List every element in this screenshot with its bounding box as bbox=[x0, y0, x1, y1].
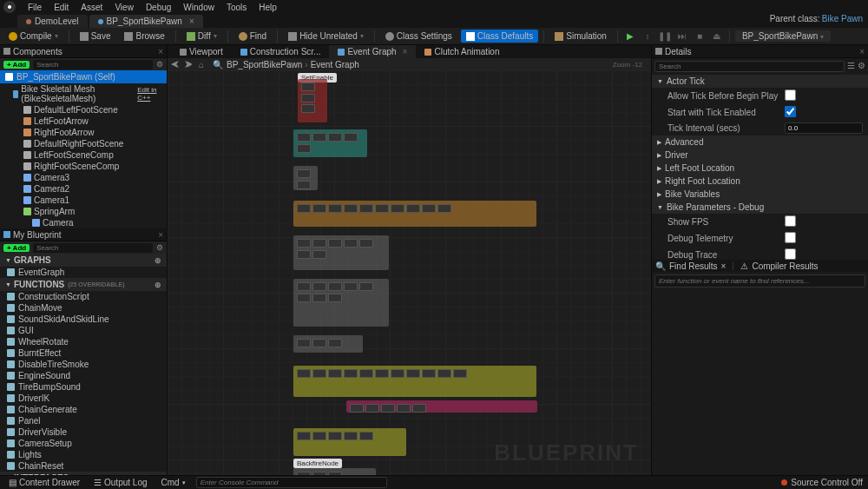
console-command-input[interactable] bbox=[196, 477, 387, 488]
menu-asset[interactable]: Asset bbox=[76, 3, 108, 12]
breadcrumb[interactable]: BP_SportBikePawn›Event Graph bbox=[227, 60, 359, 69]
close-icon[interactable]: × bbox=[189, 17, 194, 26]
close-icon[interactable]: × bbox=[721, 261, 727, 271]
tab-viewport[interactable]: Viewport bbox=[171, 45, 232, 58]
settings-icon[interactable]: ⚙ bbox=[156, 60, 163, 69]
section-left-foot[interactable]: ▶Left Foot Location bbox=[652, 162, 868, 175]
component-row[interactable]: Camera2 bbox=[0, 183, 167, 195]
close-icon[interactable]: × bbox=[859, 47, 865, 56]
section-driver[interactable]: ▶Driver bbox=[652, 149, 868, 162]
hide-unrelated-button[interactable]: Hide Unrelated▾ bbox=[283, 30, 369, 43]
tab-event-graph[interactable]: Event Graph× bbox=[329, 45, 416, 58]
menu-window[interactable]: Window bbox=[178, 3, 220, 12]
component-row[interactable]: RightFootArrow bbox=[0, 127, 167, 138]
eject-button[interactable]: ⏏ bbox=[710, 30, 724, 43]
step-button[interactable]: ⏭ bbox=[675, 30, 689, 43]
component-row[interactable]: LeftFootSceneComp bbox=[0, 149, 167, 161]
menu-file[interactable]: File bbox=[23, 3, 47, 12]
menu-tools[interactable]: Tools bbox=[221, 3, 252, 12]
nav-back-icon[interactable]: ⮜ bbox=[171, 60, 180, 69]
play-options-button[interactable]: ⋮ bbox=[641, 30, 654, 43]
tab-level[interactable]: DemoLevel bbox=[17, 15, 88, 28]
nav-home-icon[interactable]: ⌂ bbox=[199, 60, 207, 69]
node-group[interactable] bbox=[293, 235, 389, 270]
tick-interval-field[interactable] bbox=[785, 122, 863, 134]
parent-class-link[interactable]: Bike Pawn bbox=[822, 14, 863, 23]
close-icon[interactable]: × bbox=[403, 47, 408, 56]
close-icon[interactable]: × bbox=[158, 230, 163, 240]
list-item[interactable]: BurntEffect bbox=[0, 347, 167, 359]
simulation-button[interactable]: Simulation bbox=[549, 30, 612, 43]
component-row[interactable]: DefaultRightFootScene bbox=[0, 138, 167, 149]
content-drawer-button[interactable]: ▤Content Drawer bbox=[5, 477, 83, 488]
list-item[interactable]: ConstructionScript bbox=[0, 291, 167, 302]
component-row[interactable]: Camera1 bbox=[0, 195, 167, 206]
close-icon[interactable]: × bbox=[158, 47, 163, 56]
menu-debug[interactable]: Debug bbox=[141, 3, 176, 12]
settings-icon[interactable]: ⚙ bbox=[156, 243, 163, 252]
nav-search-icon[interactable]: 🔍 bbox=[213, 60, 221, 69]
component-row[interactable]: RightFootSceneComp bbox=[0, 161, 167, 172]
node-group[interactable] bbox=[293, 166, 318, 190]
self-component-row[interactable]: BP_SportBikePawn (Self) bbox=[0, 70, 167, 83]
section-functions[interactable]: ▼FUNCTIONS(25 OVERRIDABLE)⊕ bbox=[0, 278, 167, 291]
menu-edit[interactable]: Edit bbox=[49, 3, 74, 12]
stop-button[interactable]: ■ bbox=[693, 30, 707, 43]
mybp-search-input[interactable] bbox=[33, 243, 153, 253]
list-item[interactable]: WheelRotate bbox=[0, 336, 167, 347]
node-group[interactable] bbox=[293, 468, 376, 475]
event-graph-canvas[interactable]: SetEnable BackfireNode BLUEPRINT bbox=[168, 70, 651, 475]
component-row[interactable]: Bike Skeletal Mesh (BikeSkeletalMesh)Edi… bbox=[0, 83, 167, 104]
filter-icon[interactable]: ☰ bbox=[847, 61, 855, 72]
list-item[interactable]: EventGraph bbox=[0, 267, 167, 278]
node-group[interactable] bbox=[293, 279, 389, 327]
allow-tick-checkbox[interactable] bbox=[785, 89, 796, 101]
component-row[interactable]: Camera3 bbox=[0, 172, 167, 183]
node-group[interactable] bbox=[293, 129, 367, 157]
node-group[interactable] bbox=[298, 79, 327, 122]
diff-button[interactable]: Diff▾ bbox=[181, 30, 222, 43]
cmd-dropdown[interactable]: Cmd ▾ bbox=[158, 477, 189, 488]
class-settings-button[interactable]: Class Settings bbox=[380, 30, 457, 43]
edit-cpp-link[interactable]: Edit in C++ bbox=[137, 86, 163, 102]
class-defaults-button[interactable]: Class Defaults bbox=[461, 30, 538, 43]
list-item[interactable]: CameraSetup bbox=[0, 438, 167, 449]
list-item[interactable]: TireBumpSound bbox=[0, 381, 167, 393]
source-control-button[interactable]: Source Control Off bbox=[781, 478, 863, 487]
output-log-button[interactable]: ☰Output Log bbox=[90, 477, 150, 488]
list-item[interactable]: ChainGenerate bbox=[0, 404, 167, 415]
list-item[interactable]: EngineSound bbox=[0, 370, 167, 381]
list-item[interactable]: Lights bbox=[0, 449, 167, 460]
section-advanced[interactable]: ▶Advanced bbox=[652, 135, 868, 149]
section-actor-tick[interactable]: ▼Actor Tick bbox=[652, 75, 868, 88]
start-tick-checkbox[interactable] bbox=[785, 106, 796, 117]
find-results-input[interactable] bbox=[654, 274, 865, 287]
component-row[interactable]: Camera bbox=[0, 217, 167, 228]
section-right-foot[interactable]: ▶Right Foot Location bbox=[652, 175, 868, 188]
list-item[interactable]: Panel bbox=[0, 415, 167, 426]
find-button[interactable]: Find bbox=[233, 30, 272, 43]
section-bike-debug[interactable]: ▼Bike Parameters - Debug bbox=[652, 201, 868, 214]
list-item[interactable]: ChainReset bbox=[0, 460, 167, 472]
list-item[interactable]: DriverVisible bbox=[0, 426, 167, 438]
section-graphs[interactable]: ▼GRAPHS⊕ bbox=[0, 254, 167, 267]
gear-icon[interactable]: ⚙ bbox=[858, 61, 865, 72]
browse-button[interactable]: Browse bbox=[119, 30, 169, 43]
add-component-button[interactable]: + Add bbox=[3, 61, 30, 69]
show-fps-checkbox[interactable] bbox=[785, 215, 796, 227]
list-item[interactable]: DriverIK bbox=[0, 393, 167, 404]
node-group[interactable] bbox=[346, 400, 537, 413]
component-row[interactable]: SpringArm bbox=[0, 206, 167, 217]
debug-telemetry-checkbox[interactable] bbox=[785, 232, 796, 243]
tab-construction-script[interactable]: Construction Scr... bbox=[232, 45, 330, 58]
compile-button[interactable]: Compile▾ bbox=[3, 30, 63, 43]
node-group[interactable] bbox=[293, 335, 363, 353]
section-bike-vars[interactable]: ▶Bike Variables bbox=[652, 188, 868, 201]
tab-clutch-animation[interactable]: Clutch Animation bbox=[416, 45, 508, 58]
debug-trace-checkbox[interactable] bbox=[785, 248, 796, 260]
tab-blueprint[interactable]: BP_SportBikePawn× bbox=[89, 15, 203, 28]
list-item[interactable]: SoundSkidAndSkidLine bbox=[0, 314, 167, 325]
play-button[interactable]: ▶ bbox=[623, 30, 637, 43]
list-item[interactable]: DisableTireSmoke bbox=[0, 359, 167, 370]
node-group[interactable] bbox=[293, 366, 536, 397]
